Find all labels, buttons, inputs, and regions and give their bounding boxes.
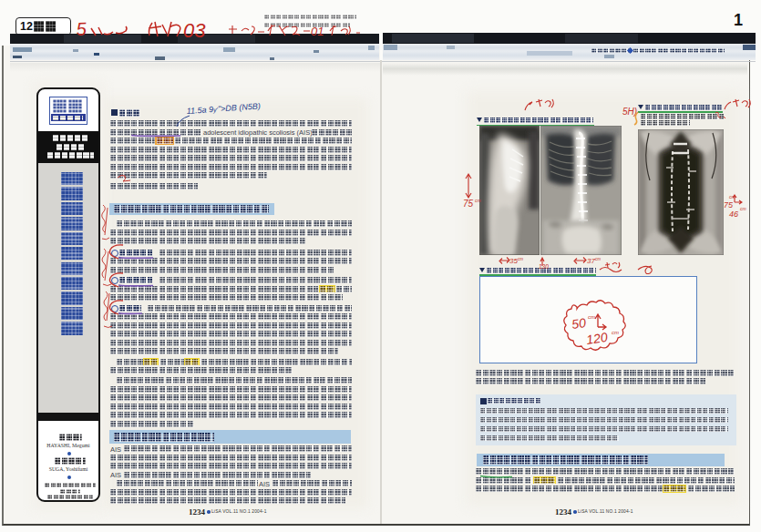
svg-text:cm: cm [518,257,523,261]
svg-text:75: 75 [724,200,734,210]
svg-text:11.5a 9y'">DB (N5B): 11.5a 9y'">DB (N5B) [186,101,261,116]
svg-text:46: 46 [729,210,738,219]
svg-text:50: 50 [571,315,587,332]
svg-text:cm: cm [729,194,735,200]
svg-text:cm: cm [588,314,595,320]
svg-text:cm: cm [612,330,619,335]
svg-text:120: 120 [585,330,609,347]
svg-text:03: 03 [183,19,206,42]
svg-text:cm: cm [740,206,746,211]
svg-text:cm: cm [595,257,601,261]
svg-text:75: 75 [463,199,474,209]
svg-text:5H): 5H) [622,107,637,117]
svg-text:01: 01 [311,25,324,38]
svg-text:130: 130 [539,263,549,270]
svg-text:5: 5 [76,18,87,39]
svg-text:cm: cm [475,198,481,203]
